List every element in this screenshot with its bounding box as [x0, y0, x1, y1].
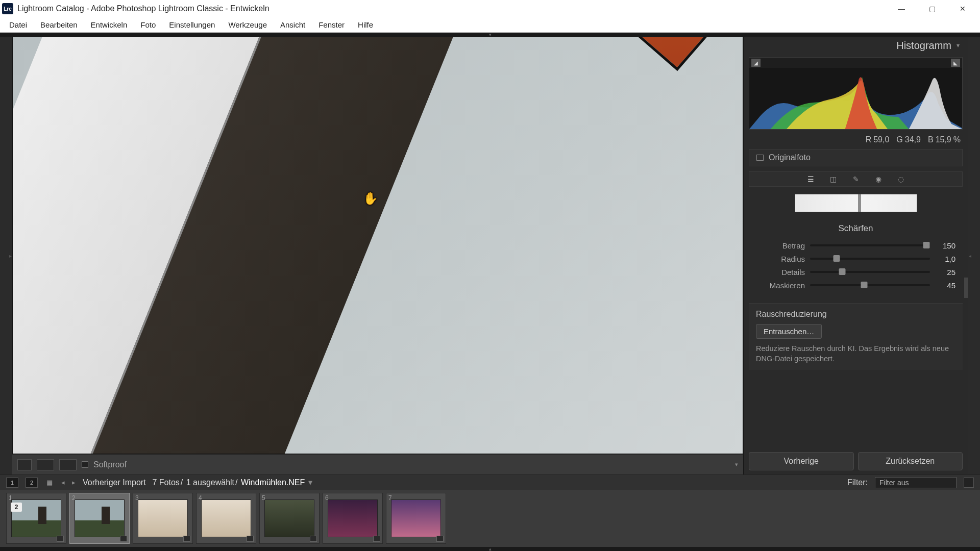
- image-viewer: ✋ Softproof ▾: [12, 37, 743, 474]
- slider-track[interactable]: [810, 258, 930, 260]
- filmstrip-thumb[interactable]: 4: [196, 493, 256, 544]
- maximize-button[interactable]: ▢: [917, 0, 947, 17]
- slider-label: Radius: [756, 255, 805, 263]
- filmstrip-breadcrumb[interactable]: Vorheriger Import 7 Fotos / 1 ausgewählt…: [83, 478, 312, 487]
- slider-value[interactable]: 45: [935, 281, 955, 290]
- filmstrip[interactable]: 12234567: [0, 490, 980, 547]
- previous-button[interactable]: Vorherige: [749, 452, 854, 470]
- heal-icon[interactable]: ✎: [851, 175, 861, 183]
- histogram-graph[interactable]: [749, 68, 962, 129]
- right-panel-toggle[interactable]: ◂: [968, 37, 972, 474]
- filmstrip-header: 1 2 ▦ ◂ ▸ Vorheriger Import 7 Fotos / 1 …: [0, 474, 980, 490]
- hand-cursor-icon: ✋: [363, 191, 378, 206]
- slider-label: Maskieren: [756, 281, 805, 290]
- grid-view-icon[interactable]: ▦: [45, 478, 54, 487]
- b-label: B: [928, 135, 934, 144]
- slider-value[interactable]: 150: [935, 241, 955, 250]
- nav-prev-icon[interactable]: ◂: [61, 479, 65, 486]
- r-label: R: [866, 135, 872, 144]
- highlight-clipping-toggle[interactable]: ◣: [951, 59, 960, 67]
- thumb-image: [138, 499, 188, 537]
- histogram-title: Histogramm: [896, 40, 951, 52]
- thumb-index: 4: [199, 494, 202, 502]
- thumb-image: [264, 499, 314, 537]
- radial-icon[interactable]: ◌: [896, 175, 905, 183]
- thumb-image: [201, 499, 251, 537]
- secondary-display-badge[interactable]: 2: [26, 478, 38, 488]
- close-button[interactable]: ✕: [947, 0, 978, 17]
- primary-display-badge[interactable]: 1: [6, 478, 18, 488]
- slider-thumb[interactable]: [923, 242, 929, 248]
- chevron-down-icon: ▾: [957, 42, 960, 49]
- thumb-badge-icon: [310, 536, 317, 542]
- histogram-header[interactable]: Histogramm ▾: [744, 37, 968, 54]
- top-panel-toggle[interactable]: [0, 33, 980, 37]
- filter-select[interactable]: Filter aus: [875, 477, 957, 488]
- filmstrip-thumb[interactable]: 7: [386, 493, 446, 544]
- r-value: 59,0: [873, 135, 889, 144]
- menu-ansicht[interactable]: Ansicht: [274, 18, 311, 31]
- thumb-index: 7: [388, 494, 392, 502]
- menu-bearbeiten[interactable]: Bearbeiten: [34, 18, 84, 31]
- slider-value[interactable]: 1,0: [935, 255, 955, 263]
- shadow-clipping-toggle[interactable]: ◢: [751, 59, 761, 67]
- slider-track[interactable]: [810, 271, 930, 273]
- slider-label: Betrag: [756, 241, 805, 250]
- right-panel-scrollbar[interactable]: [964, 278, 968, 298]
- develop-right-panel: Histogramm ▾ ◢ ◣: [743, 37, 968, 474]
- menu-einstellungen[interactable]: Einstellungen: [163, 18, 221, 31]
- slider-label: Details: [756, 268, 805, 277]
- menu-foto[interactable]: Foto: [134, 18, 162, 31]
- minimize-button[interactable]: —: [886, 0, 917, 17]
- breadcrumb-filename: Windmühlen.NEF: [241, 478, 305, 487]
- crop-icon[interactable]: ◫: [829, 175, 838, 183]
- original-photo-row[interactable]: Originalfoto: [749, 149, 963, 166]
- filter-lock-icon[interactable]: [964, 478, 974, 488]
- toolbar-options-toggle[interactable]: ▾: [735, 461, 738, 468]
- app-icon: Lrc: [2, 3, 13, 14]
- slider-track[interactable]: [810, 244, 930, 246]
- unit-label: %: [953, 135, 961, 144]
- edit-sliders-icon[interactable]: ☰: [806, 175, 816, 183]
- slider-betrag: Betrag 150: [756, 239, 955, 252]
- viewer-toolbar: Softproof ▾: [12, 454, 743, 474]
- compare-view-button[interactable]: [37, 459, 54, 470]
- nav-next-icon[interactable]: ▸: [72, 479, 76, 486]
- slider-value[interactable]: 25: [935, 268, 955, 277]
- left-panel-toggle[interactable]: ▸: [8, 37, 12, 474]
- softproof-label: Softproof: [93, 460, 127, 469]
- b-value: 15,9: [936, 135, 951, 144]
- slider-track[interactable]: [810, 284, 930, 286]
- redeye-icon[interactable]: ◉: [874, 175, 883, 183]
- filmstrip-thumb[interactable]: 12: [6, 493, 66, 544]
- menu-werkzeuge[interactable]: Werkzeuge: [222, 18, 273, 31]
- menu-hilfe[interactable]: Hilfe: [352, 18, 379, 31]
- slider-thumb[interactable]: [839, 268, 846, 275]
- loupe-view-button[interactable]: [17, 459, 32, 470]
- menu-fenster[interactable]: Fenster: [312, 18, 351, 31]
- menu-entwickeln[interactable]: Entwickeln: [85, 18, 134, 31]
- thumb-image: [75, 499, 125, 537]
- view-mode-select[interactable]: [59, 459, 77, 470]
- rgb-readout: R 59,0 G 34,9 B 15,9 %: [744, 133, 968, 147]
- filmstrip-thumb[interactable]: 6: [323, 493, 383, 544]
- slider-radius: Radius 1,0: [756, 252, 955, 265]
- sharpen-title: Schärfen: [756, 223, 955, 234]
- bottom-panel-toggle[interactable]: [0, 547, 980, 551]
- thumb-index: 3: [135, 494, 139, 502]
- detail-preview[interactable]: [749, 192, 963, 214]
- thumb-index: 6: [325, 494, 329, 502]
- image-canvas[interactable]: ✋: [12, 37, 743, 454]
- denoise-button[interactable]: Entrauschen…: [756, 324, 822, 339]
- filmstrip-thumb[interactable]: 3: [133, 493, 193, 544]
- slider-thumb[interactable]: [861, 282, 867, 288]
- menu-datei[interactable]: Datei: [3, 18, 33, 31]
- filmstrip-thumb[interactable]: 5: [259, 493, 320, 544]
- filmstrip-thumb[interactable]: 2: [69, 493, 130, 544]
- histogram-panel: ◢ ◣: [749, 57, 963, 130]
- softproof-checkbox[interactable]: [82, 461, 88, 468]
- thumb-image: [328, 499, 378, 537]
- slider-thumb[interactable]: [833, 255, 840, 262]
- reset-button[interactable]: Zurücksetzen: [858, 452, 963, 470]
- thumb-badge-icon: [57, 536, 64, 542]
